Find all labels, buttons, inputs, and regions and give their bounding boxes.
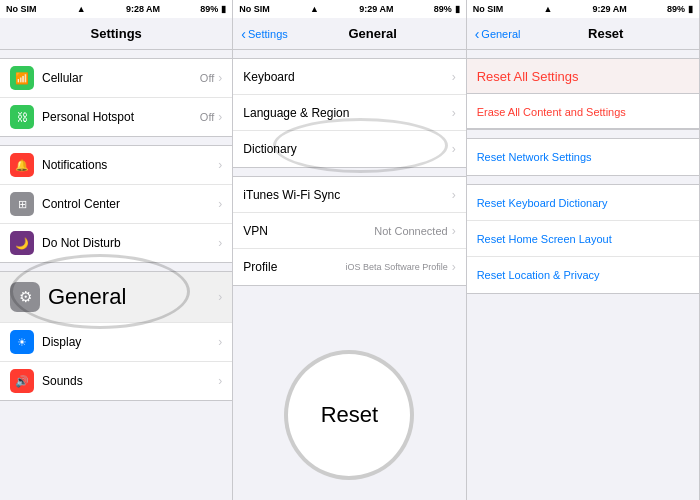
chevron-icon: › [218, 197, 222, 211]
panel-reset: No SIM ▲ 9:29 AM 89% ▮ ‹ General Reset R… [467, 0, 700, 500]
chevron-icon: › [218, 335, 222, 349]
back-chevron-3: ‹ [475, 26, 480, 42]
list-item[interactable]: 🌙 Do Not Disturb › [0, 224, 232, 262]
control-center-icon: ⊞ [10, 192, 34, 216]
itunes-item[interactable]: iTunes Wi-Fi Sync › [233, 177, 465, 213]
reset-network-label: Reset Network Settings [477, 151, 689, 163]
carrier-1: No SIM [6, 4, 37, 14]
chevron-icon: › [452, 106, 456, 120]
vpn-item[interactable]: VPN Not Connected › [233, 213, 465, 249]
time-1: 9:28 AM [126, 4, 160, 14]
time-2: 9:29 AM [359, 4, 393, 14]
wifi-icon-1: ▲ [77, 4, 86, 14]
profile-item[interactable]: Profile iOS Beta Software Profile › [233, 249, 465, 285]
erase-all-item[interactable]: Erase All Content and Settings [467, 94, 699, 129]
chevron-icon: › [218, 236, 222, 250]
chevron-icon: › [218, 374, 222, 388]
reset-all-settings-label: Reset All Settings [477, 69, 579, 84]
battery-icon-2: ▮ [455, 4, 460, 14]
nav-title-2: General [288, 26, 458, 41]
nav-title-1: Settings [8, 26, 224, 41]
sounds-icon: 🔊 [10, 369, 34, 393]
language-label: Language & Region [243, 106, 451, 120]
back-button-2[interactable]: ‹ Settings [241, 26, 287, 42]
reset-list-3: Reset Keyboard Dictionary Reset Home Scr… [467, 184, 699, 294]
keyboard-item[interactable]: Keyboard › [233, 59, 465, 95]
settings-list-3: ⚙ General › ☀ Display › 🔊 Sounds › [0, 271, 232, 401]
back-chevron-2: ‹ [241, 26, 246, 42]
reset-all-settings-item[interactable]: Reset All Settings [467, 59, 699, 94]
cellular-value: Off [200, 72, 214, 84]
reset-keyboard-label: Reset Keyboard Dictionary [477, 197, 689, 209]
list-item[interactable]: 📶 Cellular Off › [0, 59, 232, 98]
notifications-label: Notifications [42, 158, 218, 172]
wifi-icon-3: ▲ [543, 4, 552, 14]
hotspot-icon: ⛓ [10, 105, 34, 129]
reset-circle-highlight: Reset [284, 350, 414, 480]
battery-icon-3: ▮ [688, 4, 693, 14]
chevron-icon: › [452, 188, 456, 202]
back-label-3: General [481, 28, 520, 40]
back-button-3[interactable]: ‹ General [475, 26, 521, 42]
dnd-label: Do Not Disturb [42, 236, 218, 250]
reset-keyboard-item[interactable]: Reset Keyboard Dictionary [467, 185, 699, 221]
chevron-icon: › [218, 290, 222, 304]
panel-general: No SIM ▲ 9:29 AM 89% ▮ ‹ Settings Genera… [233, 0, 466, 500]
reset-network-item[interactable]: Reset Network Settings [467, 139, 699, 175]
dictionary-item[interactable]: Dictionary › [233, 131, 465, 167]
panel-settings: No SIM ▲ 9:28 AM 89% ▮ Settings 📶 Cellul… [0, 0, 233, 500]
chevron-icon: › [452, 142, 456, 156]
status-bar-2: No SIM ▲ 9:29 AM 89% ▮ [233, 0, 465, 18]
status-bar-1: No SIM ▲ 9:28 AM 89% ▮ [0, 0, 232, 18]
nav-bar-2: ‹ Settings General [233, 18, 465, 50]
status-bar-3: No SIM ▲ 9:29 AM 89% ▮ [467, 0, 699, 18]
carrier-2: No SIM [239, 4, 270, 14]
settings-list-2: 🔔 Notifications › ⊞ Control Center › 🌙 D… [0, 145, 232, 263]
general-icon: ⚙ [10, 282, 40, 312]
reset-location-label: Reset Location & Privacy [477, 269, 689, 281]
list-item[interactable]: ⊞ Control Center › [0, 185, 232, 224]
battery-3: 89% [667, 4, 685, 14]
language-item[interactable]: Language & Region › [233, 95, 465, 131]
time-3: 9:29 AM [593, 4, 627, 14]
list-item[interactable]: ⛓ Personal Hotspot Off › [0, 98, 232, 136]
chevron-icon: › [218, 158, 222, 172]
chevron-icon: › [452, 260, 456, 274]
nav-bar-1: Settings [0, 18, 232, 50]
battery-2: 89% [434, 4, 452, 14]
cellular-icon: 📶 [10, 66, 34, 90]
carrier-3: No SIM [473, 4, 504, 14]
notifications-icon: 🔔 [10, 153, 34, 177]
chevron-icon: › [218, 71, 222, 85]
hotspot-value: Off [200, 111, 214, 123]
nav-bar-3: ‹ General Reset [467, 18, 699, 50]
general-list-2: iTunes Wi-Fi Sync › VPN Not Connected › … [233, 176, 465, 286]
dictionary-label: Dictionary [243, 142, 451, 156]
sounds-label: Sounds [42, 374, 218, 388]
keyboard-label: Keyboard [243, 70, 451, 84]
general-label: General [48, 284, 218, 310]
erase-all-label: Erase All Content and Settings [477, 106, 626, 118]
display-icon: ☀ [10, 330, 34, 354]
reset-list-2: Reset Network Settings [467, 138, 699, 176]
general-list-item[interactable]: ⚙ General › [0, 272, 232, 323]
display-list-item[interactable]: ☀ Display › [0, 323, 232, 362]
sounds-list-item[interactable]: 🔊 Sounds › [0, 362, 232, 400]
itunes-label: iTunes Wi-Fi Sync [243, 188, 451, 202]
reset-home-screen-item[interactable]: Reset Home Screen Layout [467, 221, 699, 257]
reset-location-item[interactable]: Reset Location & Privacy [467, 257, 699, 293]
dnd-icon: 🌙 [10, 231, 34, 255]
back-label-2: Settings [248, 28, 288, 40]
reset-circle-label: Reset [321, 402, 378, 428]
reset-list-1: Reset All Settings Erase All Content and… [467, 58, 699, 130]
display-label: Display [42, 335, 218, 349]
wifi-icon-2: ▲ [310, 4, 319, 14]
vpn-label: VPN [243, 224, 374, 238]
nav-title-3: Reset [520, 26, 691, 41]
reset-home-screen-label: Reset Home Screen Layout [477, 233, 689, 245]
profile-value: iOS Beta Software Profile [346, 262, 448, 272]
hotspot-label: Personal Hotspot [42, 110, 200, 124]
battery-1: 89% [200, 4, 218, 14]
list-item[interactable]: 🔔 Notifications › [0, 146, 232, 185]
chevron-icon: › [452, 70, 456, 84]
